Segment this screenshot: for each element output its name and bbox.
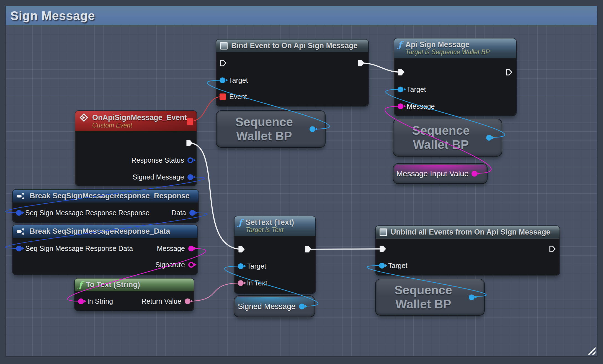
target-pin[interactable] — [238, 263, 244, 269]
var-node-message-input-value[interactable]: Message Input Value — [393, 164, 487, 183]
node-header[interactable]: OnApiSignMessage_Event Custom Event — [75, 111, 197, 131]
target-pin[interactable] — [379, 263, 385, 269]
var-node-signed-message[interactable]: Signed Message — [234, 296, 315, 317]
node-title: To Text (String) — [86, 280, 189, 289]
node-subtitle: Custom Event — [92, 122, 192, 129]
exec-in-pin[interactable] — [398, 68, 405, 76]
node-on-api-sign-message-event[interactable]: OnApiSignMessage_Event Custom Event Resp… — [75, 111, 197, 185]
node-title: Unbind all Events from On Api Sign Messa… — [391, 228, 555, 236]
function-icon: ƒ — [79, 281, 82, 288]
delegate-unbind-icon — [380, 228, 387, 236]
pin-label: In String — [87, 297, 113, 305]
node-title: OnApiSignMessage_Event — [92, 113, 192, 122]
pin-label: Message — [407, 102, 435, 110]
node-title: Break SeqSignMessageResponse_Response — [30, 192, 194, 200]
var-node-sequence-wallet-bp[interactable]: SequenceWallet BP — [217, 111, 325, 147]
in-text-pin[interactable] — [238, 280, 244, 286]
target-pin[interactable] — [398, 87, 403, 92]
break-struct-icon — [17, 192, 26, 200]
pin-label: Response Status — [132, 156, 184, 164]
pin-label: Seq Sign Message Response Response — [25, 209, 150, 217]
var-node-sequence-wallet-bp[interactable]: SequenceWallet BP — [376, 279, 484, 315]
node-title: SetText (Text) — [246, 218, 311, 227]
node-title: Break SeqSignMessageResponse_Data — [30, 227, 193, 236]
node-to-text[interactable]: ƒ To Text (String) In String Return Valu… — [75, 279, 194, 310]
comment-titlebar[interactable]: Sign Message — [6, 6, 597, 25]
return-value-pin[interactable] — [185, 298, 190, 304]
response-status-pin[interactable] — [187, 157, 193, 163]
pin-label: Target — [407, 85, 426, 93]
pin-label: Signature — [155, 261, 185, 269]
variable-label: SequenceWallet BP — [235, 115, 306, 143]
signed-message-pin[interactable] — [187, 174, 193, 180]
pin-label: Seq Sign Message Response Data — [25, 245, 133, 253]
node-header[interactable]: ƒ To Text (String) — [75, 279, 194, 291]
node-header[interactable]: Break SeqSignMessageResponse_Data — [13, 225, 197, 238]
node-header[interactable]: Break SeqSignMessageResponse_Response — [13, 190, 199, 202]
break-struct-icon — [17, 227, 26, 236]
var-node-sequence-wallet-bp[interactable]: SequenceWallet BP — [393, 119, 502, 156]
exec-out-pin[interactable] — [357, 59, 365, 67]
struct-in-pin[interactable] — [16, 210, 22, 216]
exec-out-pin[interactable] — [186, 139, 193, 147]
pin-label: Target — [247, 262, 266, 270]
node-break-response[interactable]: Break SeqSignMessageResponse_Response Se… — [13, 190, 199, 222]
function-icon: ƒ — [398, 41, 402, 48]
exec-out-pin[interactable] — [505, 68, 513, 76]
object-out-pin[interactable] — [310, 126, 315, 132]
exec-in-pin[interactable] — [379, 245, 386, 253]
in-string-pin[interactable] — [78, 298, 84, 304]
variable-label: Message Input Value — [396, 169, 484, 178]
delegate-out-pin[interactable] — [187, 118, 193, 125]
message-pin[interactable] — [398, 103, 403, 109]
node-api-sign-message[interactable]: ƒ Api Sign Message Target is Sequence Wa… — [394, 38, 516, 115]
exec-out-pin[interactable] — [549, 245, 556, 253]
object-out-pin[interactable] — [299, 303, 305, 309]
node-header[interactable]: Bind Event to On Api Sign Message — [216, 40, 368, 52]
node-bind-event[interactable]: Bind Event to On Api Sign Message Target… — [216, 40, 368, 106]
pin-label: Message — [157, 245, 185, 253]
variable-label: SequenceWallet BP — [395, 283, 465, 311]
node-header[interactable]: ƒ SetText (Text) Target is Text — [235, 216, 315, 236]
struct-in-pin[interactable] — [16, 246, 22, 251]
node-set-text[interactable]: ƒ SetText (Text) Target is Text Target I… — [235, 216, 315, 293]
pin-label: Target — [388, 262, 407, 270]
custom-event-icon — [79, 113, 89, 122]
function-icon: ƒ — [238, 219, 242, 226]
object-out-pin[interactable] — [469, 294, 475, 300]
node-header[interactable]: ƒ Api Sign Message Target is Sequence Wa… — [394, 38, 516, 58]
pin-label: Return Value — [141, 297, 181, 305]
comment-title: Sign Message — [10, 9, 95, 23]
data-out-pin[interactable] — [189, 210, 195, 216]
message-out-pin[interactable] — [188, 246, 194, 251]
node-title: Api Sign Message — [405, 40, 512, 49]
pin-label: Event — [229, 93, 247, 101]
variable-label: SequenceWallet BP — [412, 124, 483, 151]
node-header[interactable]: Unbind all Events from On Api Sign Messa… — [376, 226, 560, 239]
node-title: Bind Event to On Api Sign Message — [231, 41, 364, 50]
node-subtitle: Target is Text — [246, 226, 311, 234]
pin-label: Signed Message — [133, 173, 184, 181]
node-subtitle: Target is Sequence Wallet BP — [405, 48, 512, 56]
pin-label: Target — [229, 76, 248, 84]
event-delegate-pin[interactable] — [220, 93, 226, 100]
signature-out-pin[interactable] — [188, 262, 194, 268]
exec-out-pin[interactable] — [305, 245, 312, 253]
target-pin[interactable] — [220, 77, 225, 83]
object-out-pin[interactable] — [486, 135, 492, 141]
node-unbind-all-events[interactable]: Unbind all Events from On Api Sign Messa… — [376, 226, 560, 275]
string-out-pin[interactable] — [471, 171, 477, 176]
pin-label: Data — [171, 209, 186, 217]
node-break-data[interactable]: Break SeqSignMessageResponse_Data Seq Si… — [13, 225, 197, 274]
exec-in-pin[interactable] — [220, 59, 227, 67]
exec-in-pin[interactable] — [238, 245, 245, 253]
blueprint-graph-canvas[interactable]: Sign Message Bind Event to On Api Sign M… — [0, 0, 603, 364]
delegate-bind-icon — [220, 42, 228, 50]
pin-label: In Text — [247, 279, 267, 287]
